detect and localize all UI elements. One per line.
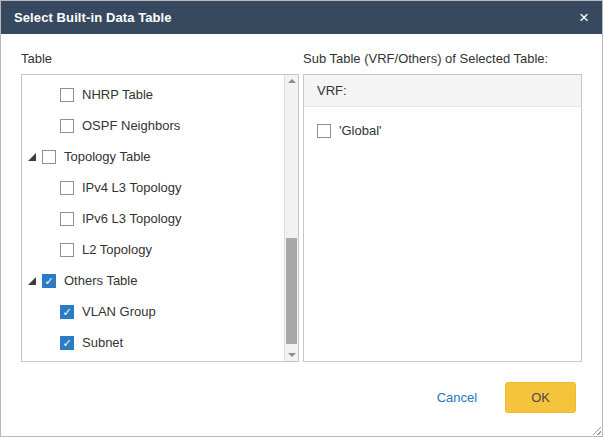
- vertical-scrollbar[interactable]: [284, 75, 298, 361]
- checkbox[interactable]: [42, 274, 56, 288]
- tree-item[interactable]: Others Table: [22, 265, 298, 296]
- tree-item-label: Topology Table: [64, 149, 151, 164]
- tree-item-label: VLAN Group: [82, 304, 156, 319]
- scrollbar-thumb[interactable]: [286, 238, 297, 344]
- tree-item-label: IPv6 L3 Topology: [82, 211, 182, 226]
- checkbox[interactable]: [60, 181, 74, 195]
- tree-item-label: IPv4 L3 Topology: [82, 180, 182, 195]
- vrf-panel: VRF: 'Global': [303, 74, 582, 362]
- checkbox[interactable]: [60, 88, 74, 102]
- checkbox[interactable]: [60, 336, 74, 350]
- dialog-title: Select Built-in Data Table: [14, 10, 172, 25]
- vrf-list: 'Global': [304, 107, 581, 138]
- close-icon[interactable]: ×: [579, 9, 589, 26]
- tree-item[interactable]: NHRP Table: [22, 79, 298, 110]
- ok-button[interactable]: OK: [505, 382, 576, 413]
- expand-caret-icon[interactable]: [28, 153, 36, 161]
- checkbox[interactable]: [60, 243, 74, 257]
- table-column: Table NHRP Table OSPF Neighbors Topology…: [21, 49, 299, 362]
- resize-grip-icon[interactable]: [590, 424, 601, 435]
- checkbox[interactable]: [60, 119, 74, 133]
- dialog-body: Table NHRP Table OSPF Neighbors Topology…: [1, 34, 602, 362]
- tree-item-label: L2 Topology: [82, 242, 152, 257]
- vrf-item[interactable]: 'Global': [304, 107, 581, 138]
- tree-item[interactable]: IPv4 L3 Topology: [22, 172, 298, 203]
- tree-item-label: Subnet: [82, 335, 123, 350]
- select-builtin-data-table-dialog: Select Built-in Data Table × Table NHRP …: [0, 0, 603, 437]
- checkbox[interactable]: [60, 305, 74, 319]
- scroll-down-icon[interactable]: [285, 346, 298, 361]
- cancel-button[interactable]: Cancel: [437, 390, 477, 405]
- checkbox[interactable]: [60, 212, 74, 226]
- tree-item[interactable]: Subnet: [22, 327, 298, 358]
- table-label: Table: [21, 51, 299, 66]
- subtable-label: Sub Table (VRF/Others) of Selected Table…: [303, 51, 582, 66]
- tree-item-label: OSPF Neighbors: [82, 118, 180, 133]
- tree-item[interactable]: OSPF Neighbors: [22, 110, 298, 141]
- dialog-titlebar: Select Built-in Data Table ×: [1, 1, 602, 34]
- vrf-panel-header: VRF:: [304, 75, 581, 107]
- vrf-item-label: 'Global': [339, 123, 382, 138]
- tree-item[interactable]: L2 Topology: [22, 234, 298, 265]
- table-tree-listbox: NHRP Table OSPF Neighbors Topology Table…: [21, 74, 299, 362]
- tree-item-label: Others Table: [64, 273, 137, 288]
- dialog-footer: Cancel OK: [437, 382, 576, 413]
- tree-item-label: NHRP Table: [82, 87, 153, 102]
- checkbox[interactable]: [42, 150, 56, 164]
- subtable-column: Sub Table (VRF/Others) of Selected Table…: [303, 49, 582, 362]
- expand-caret-icon[interactable]: [28, 277, 36, 285]
- scroll-up-icon[interactable]: [285, 75, 298, 90]
- table-tree: NHRP Table OSPF Neighbors Topology Table…: [22, 75, 298, 358]
- tree-item[interactable]: IPv6 L3 Topology: [22, 203, 298, 234]
- tree-item[interactable]: VLAN Group: [22, 296, 298, 327]
- checkbox[interactable]: [317, 124, 331, 138]
- tree-item[interactable]: Topology Table: [22, 141, 298, 172]
